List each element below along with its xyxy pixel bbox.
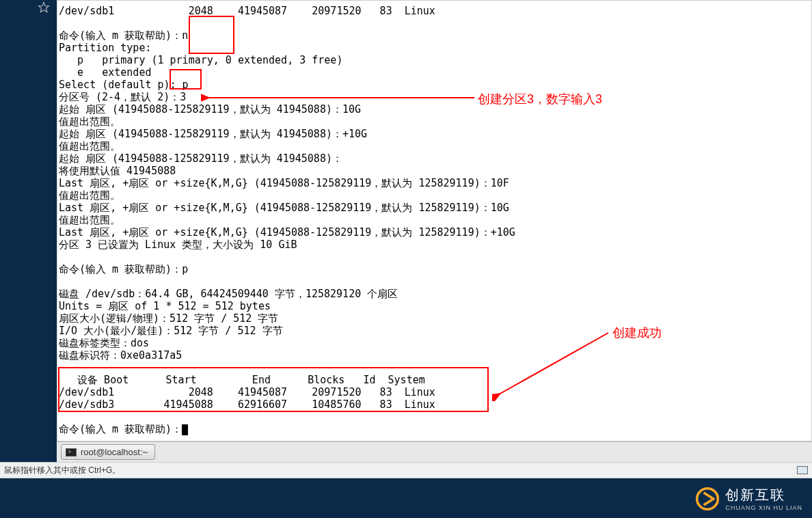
taskbar-item-label: root@localhost:~ — [81, 447, 148, 457]
annotation-create-partition3: 创建分区3，数字输入3 — [478, 91, 602, 107]
status-bar: 鼠标指针移入其中或按 Ctrl+G。 — [0, 462, 812, 478]
logo-mark-icon — [695, 487, 720, 511]
svg-marker-0 — [39, 3, 49, 12]
favorite-star-icon[interactable] — [38, 1, 50, 14]
highlight-partition-table — [58, 367, 489, 412]
logo-text-en: CHUANG XIN HU LIAN — [725, 504, 802, 511]
brand-logo: 创新互联 CHUANG XIN HU LIAN — [695, 486, 802, 511]
arrow-to-partition3 — [201, 87, 474, 107]
status-hint: 鼠标指针移入其中或按 Ctrl+G。 — [4, 465, 120, 476]
annotation-create-success: 创建成功 — [612, 325, 662, 341]
monitor-icon[interactable] — [797, 466, 808, 474]
taskbar: root@localhost:~ — [57, 441, 812, 462]
arrow-to-success — [492, 326, 615, 401]
cursor — [182, 424, 188, 435]
svg-line-4 — [499, 333, 608, 394]
highlight-n-input — [189, 16, 234, 54]
terminal-window[interactable]: /dev/sdb1 2048 41945087 20971520 83 Linu… — [57, 0, 812, 441]
logo-text-cn: 创新互联 — [725, 486, 802, 504]
taskbar-item-terminal[interactable]: root@localhost:~ — [61, 444, 155, 460]
desktop-background: 创新互联 CHUANG XIN HU LIAN — [0, 478, 812, 518]
terminal-icon — [66, 448, 77, 456]
highlight-p-input — [170, 69, 202, 90]
